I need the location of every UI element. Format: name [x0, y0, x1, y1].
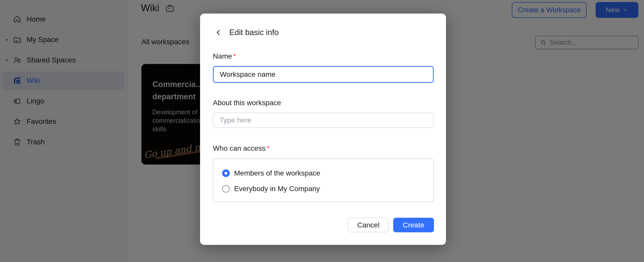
about-label: About this workspace: [213, 99, 281, 107]
create-button[interactable]: Create: [393, 218, 434, 232]
edit-basic-info-modal: Edit basic info Name* About this workspa…: [200, 14, 446, 245]
radio-option-label: Everybody in My Company: [234, 185, 320, 193]
name-label: Name*: [213, 52, 236, 60]
app-window: Home My Space: [0, 0, 644, 262]
cancel-button[interactable]: Cancel: [348, 218, 389, 232]
back-button[interactable]: [214, 28, 223, 37]
chevron-left-icon: [215, 29, 222, 36]
access-options-group: Members of the workspace Everybody in My…: [213, 158, 434, 202]
who-can-access-label: Who can access*: [213, 144, 269, 152]
radio-selected-icon[interactable]: [222, 169, 230, 177]
radio-option-label: Members of the workspace: [234, 169, 320, 177]
radio-unselected-icon[interactable]: [222, 185, 230, 193]
modal-title: Edit basic info: [229, 28, 279, 37]
modal-header: Edit basic info: [214, 28, 279, 37]
radio-option-members[interactable]: Members of the workspace: [222, 168, 433, 178]
radio-option-everybody[interactable]: Everybody in My Company: [222, 184, 433, 194]
required-asterisk: *: [233, 52, 236, 60]
required-asterisk: *: [267, 144, 269, 152]
workspace-name-input[interactable]: [213, 66, 434, 83]
about-workspace-input[interactable]: [213, 113, 434, 128]
